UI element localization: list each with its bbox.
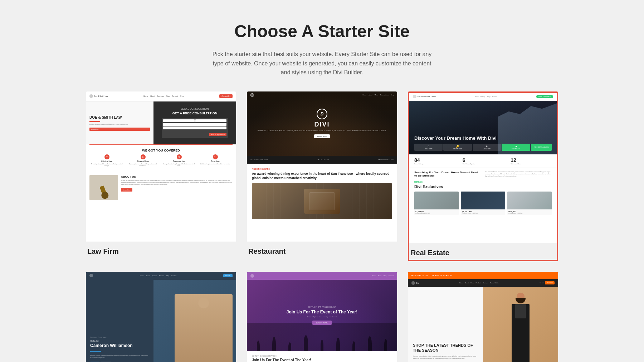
restaurant-label: Restaurant [247,242,397,258]
lf-service-criminal: ✦ Criminal Law Providing strong defense … [89,154,124,167]
shop-nav-logo: Divi [411,281,419,285]
lf-logo: Doe & Smith Law [89,94,108,98]
lf-about-title: ABOUT US [121,175,233,178]
lf-hero-title: DOE & SMITH LAW [89,115,150,120]
re-properties: $2,219,000 4 Bed, 3 Baths, 2,300 Sqft $8… [414,192,552,215]
lf-about-body: In Divi, we start from that just a law f… [121,179,233,185]
site-card-portfolio[interactable]: Home About Projects Resume Blog Contact … [86,272,236,362]
real-estate-preview: Divi Real Estate Group Home Listings Sho… [409,93,557,243]
port-name: Cameron Williamson [90,343,149,348]
re-stat2-label: Real Estate Agents [463,163,504,165]
page-header: Choose A Starter Site Pick the starter s… [86,21,558,77]
law-firm-preview: Doe & Smith Law Home About Services Blog… [86,91,236,242]
shop-preview: SHOP THE LATEST TRENDS OF SEASON Divi Ho… [408,272,558,362]
shop-hero: SHOP THE LATEST TRENDS OF THE SEASON Dis… [408,287,558,362]
lf-services-title: WE GOT YOU COVERED [89,149,233,152]
sites-grid: Doe & Smith Law Home About Services Blog… [86,91,558,362]
rest-nav-links: Home About Menu Reservations Blog [363,94,394,96]
event-nav-links: Home About Blog Contact [372,275,394,277]
event-hero-title: Join Us For The Event of The Year! [287,309,358,314]
lf-about-image [89,175,118,200]
lf-service-corporate: ⊕ Corporate Law Comprehensive legal supp… [162,154,196,167]
re-stat1-num: 84 [414,157,455,163]
lf-about-btn[interactable]: Learn More [121,188,132,192]
portfolio-preview: Home About Projects Resume Blog Contact … [86,272,236,362]
event-nav: Home About Blog Contact [247,272,397,280]
portfolio-nav: Home About Projects Resume Blog Contact … [86,272,236,280]
re-hero-title: Discover Your Dream Home With Divi [414,135,497,142]
law-firm-label: Law Firm [86,242,236,258]
event-join-title: Join Us For The Event of The Year! [252,358,392,362]
rest-logo-d: D [321,111,324,116]
rest-award-title: An award-winning dining experience in th… [252,172,392,180]
event-learn-more-btn[interactable]: LEARN MORE [312,321,331,325]
port-nav-logo [89,274,93,278]
page-container: Choose A Starter Site Pick the starter s… [72,0,572,362]
site-card-real-estate[interactable]: Divi Real Estate Group Home Listings Sho… [408,91,558,261]
re-property-3: $640,000 3 Bed, 2 Bath, 1,100 Sqft [507,192,552,215]
rest-nav-logo [250,93,254,97]
re-nav-links: Home Listings Shop Contact [475,96,497,98]
real-estate-label: Real Estate [409,243,557,260]
re-sell-btn[interactable]: ✦ LIST A HOME [473,144,501,151]
shop-top-bar: SHOP THE LATEST TRENDS OF SEASON [408,272,558,279]
site-card-shop[interactable]: SHOP THE LATEST TRENDS OF SEASON Divi Ho… [408,272,558,362]
shop-hero-text: Discover our collection of the finest pi… [413,355,478,359]
event-join-label: JOIN THE CELEBRATION [252,355,392,357]
shop-nav-entries-btn[interactable]: ENTRIES [545,281,555,284]
rest-hero-sub: IMMERSE YOURSELF IN A WORLD OF EXQUISITE… [258,129,386,132]
re-stats: 84 Urban Listings 6 Real Estate Agents 1… [409,154,557,168]
rest-hero-brand: DIVI [314,121,330,128]
re-stat1-label: Urban Listings [414,163,455,165]
re-stat3-label: Cities And More [511,163,552,165]
re-estimate-btn[interactable]: ★ FIND AGENTS [502,144,530,151]
lf-service-financial: $ Financial Law Expert guidance in finan… [126,154,160,167]
event-preview: Home About Blog Contact [247,272,397,362]
port-nav-btn[interactable]: Hire Me [223,274,233,277]
re-exclusives-label: LISTINGS [414,181,552,183]
re-property-2: $8,100 / mo 2 Offices, 2 Bath, 1,420 Sqf… [461,192,505,215]
re-stat2-num: 6 [463,157,504,163]
restaurant-preview: Home About Menu Reservations Blog D DIVI… [247,91,397,242]
lf-service-other: ⋯ Other Law Additional legal services ta… [198,154,233,167]
page-title: Choose A Starter Site [86,21,558,41]
lf-appointment-btn[interactable]: Book An Appointment [209,133,226,136]
port-nav-links: Home About Projects Resume Blog Contact [140,275,176,277]
event-hero-sub: Come and join us at our amazing annual e… [307,316,337,318]
shop-nav-links: Home About Shop Products Contact Theme B… [459,282,499,284]
site-card-restaurant[interactable]: Home About Menu Reservations Blog D DIVI… [247,91,397,261]
portfolio-hero: Business Consultant Hello, I'm Cameron W… [86,280,236,362]
shop-nav: Divi Home About Shop Products Contact Th… [408,279,558,287]
rest-food-image [252,183,392,219]
rest-hero-btn[interactable]: MAKE A TABLE [314,134,330,138]
re-free-consult-btn[interactable]: FREE CONSULTATION [531,144,552,151]
site-card-event[interactable]: Home About Blog Contact [247,272,397,362]
lf-nav-contact-btn[interactable]: Contact Us [219,94,233,98]
shop-hero-title: SHOP THE LATEST TRENDS OF THE SEASON [413,343,478,353]
lf-consultation-title: GET A FREE CONSULTATION [172,111,217,115]
re-search-bar: ⌂ BUY A HOME 🔑 RENT A HOME ✦ LIST A HOME [414,144,552,151]
re-property-1: $2,219,000 4 Bed, 3 Baths, 2,300 Sqft [414,192,459,215]
event-location-label: SETTLE IN SAN FRANCISCO, CA [308,306,336,308]
port-hello: Business Consultant [90,336,149,338]
port-greeting: Hello, I'm [90,340,149,342]
re-stat3-num: 12 [511,157,552,163]
lf-nav-links: Home About Services Blog Contact Shop [143,95,184,97]
re-rent-btn[interactable]: 🔑 RENT A HOME [443,144,472,151]
shop-top-text: SHOP THE LATEST TRENDS OF SEASON [411,274,452,277]
re-exclusives-title: Divi Exclusives [414,184,552,189]
re-searching-title: Searching For Your Dream Home Doesn't Ne… [414,171,481,177]
event-nav-logo [250,274,254,278]
page-subtitle: Pick the starter site that best suits yo… [208,50,436,77]
lf-consultation-label: LEGAL CONSULTATION [181,108,209,110]
site-card-law-firm[interactable]: Doe & Smith Law Home About Services Blog… [86,91,236,261]
re-buy-btn[interactable]: ⌂ BUY A HOME [414,144,443,151]
rest-award-label: FINE DINING AWARD [252,168,392,170]
re-nav-logo: Divi Real Estate Group [413,95,436,98]
rest-info-bar: SAT TO TUE | 7PM - 10PM CALL 012-857 456… [247,156,397,164]
lf-learn-more-btn[interactable]: Learn More [89,128,150,131]
re-nav-btn[interactable]: SEND A MESSAGE [536,95,553,98]
